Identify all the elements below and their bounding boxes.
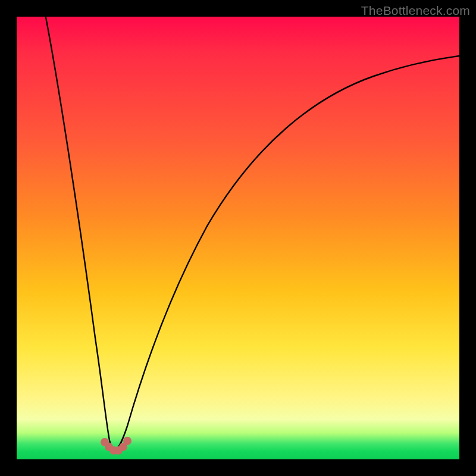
watermark-text: TheBottleneck.com bbox=[361, 4, 470, 18]
plot-area bbox=[17, 17, 459, 459]
curve-left-branch bbox=[45, 17, 114, 451]
curve-right-branch bbox=[114, 56, 459, 451]
chart-frame: TheBottleneck.com bbox=[0, 0, 476, 476]
valley-marker bbox=[123, 437, 131, 445]
bottleneck-curve bbox=[17, 17, 459, 459]
